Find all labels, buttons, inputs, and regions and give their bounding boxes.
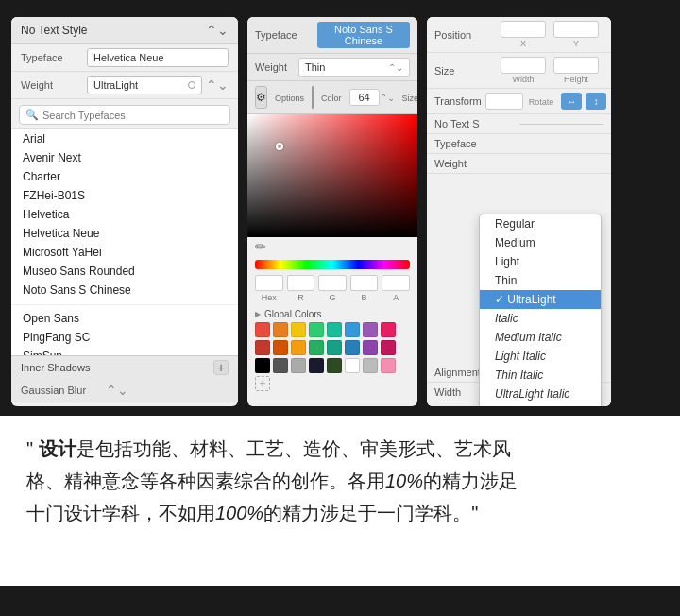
bottom-text-area: " 设计是包括功能、材料、工艺、造价、审美形式、艺术风 格、精神意念等各种因素综…: [0, 416, 680, 586]
font-item-helvetica[interactable]: Helvetica: [11, 205, 238, 224]
add-swatch-button[interactable]: +: [255, 376, 270, 391]
swatch-light-gray[interactable]: [291, 358, 306, 373]
a-group: 100 A: [382, 275, 410, 302]
swatch-red[interactable]: [255, 322, 270, 337]
swatch-teal[interactable]: [327, 322, 342, 337]
row-divider: [519, 124, 604, 125]
swatches-grid: +: [247, 322, 417, 397]
swatch-dark-gray[interactable]: [273, 358, 288, 373]
size-input[interactable]: 64: [349, 89, 380, 106]
swatch-darkorange[interactable]: [273, 340, 288, 355]
global-colors-label: Global Colors: [264, 309, 322, 319]
font-item-simsun[interactable]: SimSun: [11, 347, 238, 355]
typeface-field[interactable]: Helvetica Neue: [87, 48, 229, 67]
swatch-pink-light[interactable]: [381, 358, 396, 373]
panel2-typeface-row: Typeface Noto Sans S Chinese: [247, 17, 417, 54]
panel3-weight-row: Weight: [427, 154, 611, 174]
global-colors-header: ▶ Global Colors: [247, 306, 417, 322]
g-input[interactable]: 51: [318, 275, 347, 291]
panel3-typeface-label: Typeface: [434, 138, 604, 149]
swatch-gray2[interactable]: [363, 358, 378, 373]
swatch-forest[interactable]: [327, 358, 342, 373]
swatch-darkred[interactable]: [255, 340, 270, 355]
size-label: Size: [402, 94, 417, 103]
swatch-darkblue[interactable]: [345, 340, 360, 355]
flip-vertical-button[interactable]: ↕: [586, 93, 606, 110]
hue-slider[interactable]: [255, 260, 410, 269]
dropdown-ultralight[interactable]: ✓ UltraLight: [480, 290, 601, 309]
swatch-gold[interactable]: [291, 340, 306, 355]
b-input[interactable]: 51: [350, 275, 379, 291]
dropdown-regular[interactable]: Regular: [480, 214, 601, 233]
font-item-helvetica-neue[interactable]: Helvetica Neue: [11, 224, 238, 243]
dropdown-light[interactable]: Light: [480, 252, 601, 271]
weight-dropdown[interactable]: Regular Medium Light Thin ✓ UltraLight I…: [479, 214, 602, 406]
font-item-museo[interactable]: Museo Sans Rounded: [11, 262, 238, 281]
dropdown-thin[interactable]: Thin: [480, 271, 601, 290]
add-inner-shadow-button[interactable]: +: [213, 360, 229, 375]
xy-group: 735 X 706 Y: [501, 21, 599, 48]
dropdown-ultralight-italic[interactable]: UltraLight Italic: [480, 385, 601, 403]
swatch-white[interactable]: [345, 358, 360, 373]
font-item-arial[interactable]: Arial: [11, 129, 238, 148]
dropdown-medium-italic[interactable]: Medium Italic: [480, 328, 601, 347]
swatch-green[interactable]: [309, 322, 324, 337]
swatch-navy[interactable]: [309, 358, 324, 373]
hex-input[interactable]: 333333: [255, 275, 283, 291]
swatch-darkpink[interactable]: [381, 340, 396, 355]
b-group: 51 B: [350, 275, 379, 302]
weight-field[interactable]: UltraLight: [87, 76, 202, 94]
x-input[interactable]: 735: [501, 21, 546, 38]
color-swatch-button[interactable]: [312, 86, 314, 109]
a-label: A: [393, 293, 399, 302]
font-item-pingfang[interactable]: PingFang SC: [11, 328, 238, 347]
font-item-avenir[interactable]: Avenir Next: [11, 148, 238, 167]
gaussian-blur-stepper[interactable]: ⌃⌄: [106, 383, 128, 398]
swatch-darkgreen[interactable]: [309, 340, 324, 355]
dropdown-bold[interactable]: Bold: [480, 403, 601, 406]
width-input[interactable]: 376: [501, 57, 546, 74]
dropdown-medium[interactable]: Medium: [480, 233, 601, 252]
size-stepper[interactable]: ⌃⌄: [380, 93, 395, 103]
font-item-opensans[interactable]: Open Sans: [11, 309, 238, 328]
dropdown-italic[interactable]: Italic: [480, 309, 601, 328]
swatch-darkteal[interactable]: [327, 340, 342, 355]
swatch-blue[interactable]: [345, 322, 360, 337]
swatch-yellow[interactable]: [291, 322, 306, 337]
typeface-row: Typeface Helvetica Neue: [11, 44, 238, 72]
font-item-noto[interactable]: Noto Sans S Chinese: [11, 281, 238, 299]
y-input[interactable]: 706: [553, 21, 599, 38]
color-picker-cursor[interactable]: [276, 143, 283, 150]
r-input[interactable]: 51: [287, 275, 315, 291]
panel2-typeface-value[interactable]: Noto Sans S Chinese: [317, 22, 410, 48]
weight-dropdown-arrow[interactable]: ⌃⌄: [388, 62, 403, 73]
width-label: Width: [512, 75, 534, 84]
rotate-input[interactable]: 0°: [485, 93, 523, 110]
swatch-purple[interactable]: [363, 322, 378, 337]
a-input[interactable]: 100: [382, 275, 410, 291]
collapse-icon[interactable]: ▶: [255, 310, 261, 318]
search-input[interactable]: [42, 110, 224, 121]
height-label: Height: [564, 75, 588, 84]
stepper-icon[interactable]: ⌃⌄: [206, 23, 229, 38]
dropdown-thin-italic[interactable]: Thin Italic: [480, 366, 601, 385]
font-item-microsoft-yahei[interactable]: Microsoft YaHei: [11, 243, 238, 262]
font-item-charter[interactable]: Charter: [11, 167, 238, 186]
flip-horizontal-button[interactable]: ↔: [561, 93, 582, 110]
eyedropper-icon[interactable]: ✏: [255, 239, 266, 254]
color-canvas[interactable]: [247, 114, 417, 237]
height-input[interactable]: 76: [553, 57, 599, 74]
inner-shadows-row: Inner Shadows +: [11, 356, 238, 379]
font-item-fzhei[interactable]: FZHei-B01S: [11, 186, 238, 205]
gaussian-blur-label: Gaussian Blur: [21, 385, 106, 396]
x-group: 735 X: [501, 21, 546, 48]
weight-slider-thumb[interactable]: [188, 81, 196, 89]
dropdown-light-italic[interactable]: Light Italic: [480, 347, 601, 366]
weight-stepper[interactable]: ⌃⌄: [206, 77, 229, 93]
swatch-black[interactable]: [255, 358, 270, 373]
swatch-darkpurple[interactable]: [363, 340, 378, 355]
panel2-weight-field[interactable]: Thin ⌃⌄: [298, 58, 410, 77]
options-button[interactable]: ⚙: [255, 86, 267, 109]
swatch-pink[interactable]: [381, 322, 396, 337]
swatch-orange[interactable]: [273, 322, 288, 337]
